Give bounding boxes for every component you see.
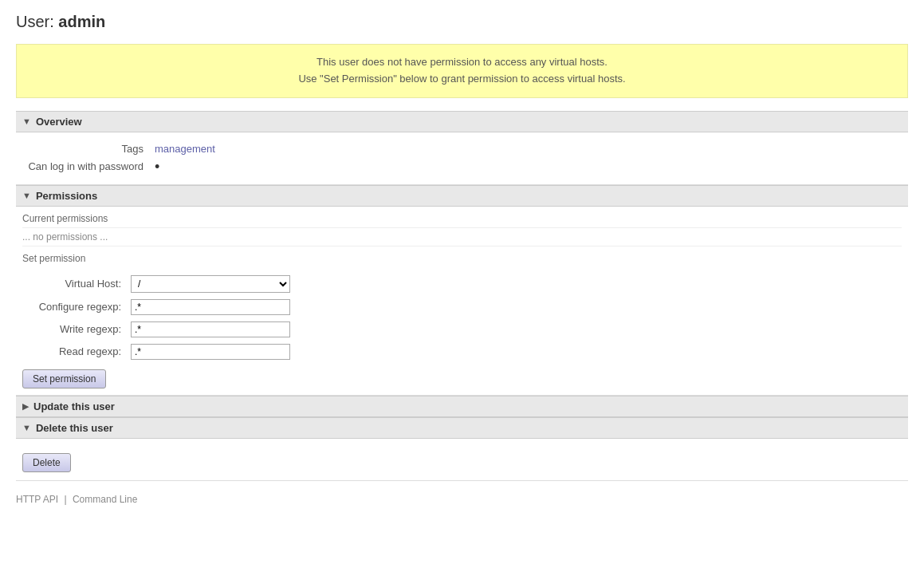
- can-log-in-value: •: [150, 157, 902, 176]
- read-regexp-row: Read regexp:: [22, 341, 295, 363]
- configure-regexp-row: Configure regexp:: [22, 296, 295, 318]
- overview-section-header[interactable]: Overview: [16, 111, 908, 132]
- read-regexp-label: Read regexp:: [22, 341, 126, 363]
- configure-regexp-input[interactable]: [131, 299, 290, 315]
- warning-line1: This user does not have permission to ac…: [33, 54, 891, 71]
- update-section: Update this user: [16, 396, 908, 417]
- page-title: User: admin: [16, 13, 908, 31]
- warning-box: This user does not have permission to ac…: [16, 44, 908, 98]
- delete-section-body: Delete: [16, 439, 908, 481]
- set-permission-label: Set permission: [22, 253, 902, 264]
- permissions-section: Permissions Current permissions ... no p…: [16, 185, 908, 396]
- warning-line2: Use "Set Permission" below to grant perm…: [33, 71, 891, 88]
- no-permissions-text: ... no permissions ...: [22, 227, 902, 247]
- current-permissions-label: Current permissions: [22, 213, 902, 224]
- delete-section-header[interactable]: Delete this user: [16, 417, 908, 439]
- tags-label: Tags: [22, 140, 150, 157]
- permissions-section-title: Permissions: [36, 190, 97, 202]
- virtual-host-label: Virtual Host:: [22, 272, 126, 296]
- overview-toggle-icon: [22, 116, 31, 126]
- overview-section: Overview Tags management Can log in with…: [16, 111, 908, 185]
- table-row: Tags management: [22, 140, 902, 157]
- command-line-link[interactable]: Command Line: [73, 494, 137, 505]
- permissions-section-body: Current permissions ... no permissions .…: [16, 207, 908, 396]
- virtual-host-row: Virtual Host: /: [22, 272, 295, 296]
- write-regexp-input[interactable]: [131, 321, 290, 337]
- set-permission-form: Virtual Host: / Configure regexp: Write …: [22, 272, 295, 363]
- can-log-in-label: Can log in with password: [22, 157, 150, 176]
- permissions-toggle-icon: [22, 191, 31, 200]
- virtual-host-select[interactable]: /: [131, 275, 290, 293]
- write-regexp-label: Write regexp:: [22, 318, 126, 341]
- write-regexp-row: Write regexp:: [22, 318, 295, 341]
- read-regexp-input[interactable]: [131, 344, 290, 360]
- delete-section: Delete this user Delete: [16, 417, 908, 481]
- overview-table: Tags management Can log in with password…: [22, 140, 902, 176]
- delete-section-title: Delete this user: [36, 422, 113, 434]
- overview-section-title: Overview: [36, 116, 82, 128]
- update-toggle-icon: [22, 401, 29, 412]
- set-permission-button[interactable]: Set permission: [22, 369, 106, 388]
- permissions-section-header[interactable]: Permissions: [16, 185, 908, 207]
- delete-button[interactable]: Delete: [22, 453, 71, 472]
- configure-regexp-label: Configure regexp:: [22, 296, 126, 318]
- delete-toggle-icon: [22, 423, 31, 432]
- footer-separator: |: [64, 494, 66, 505]
- tags-value: management: [150, 140, 902, 157]
- update-section-header[interactable]: Update this user: [16, 396, 908, 417]
- footer: HTTP API | Command Line: [16, 494, 908, 505]
- http-api-link[interactable]: HTTP API: [16, 494, 58, 505]
- table-row: Can log in with password •: [22, 157, 902, 176]
- overview-section-body: Tags management Can log in with password…: [16, 132, 908, 185]
- update-section-title: Update this user: [33, 400, 115, 412]
